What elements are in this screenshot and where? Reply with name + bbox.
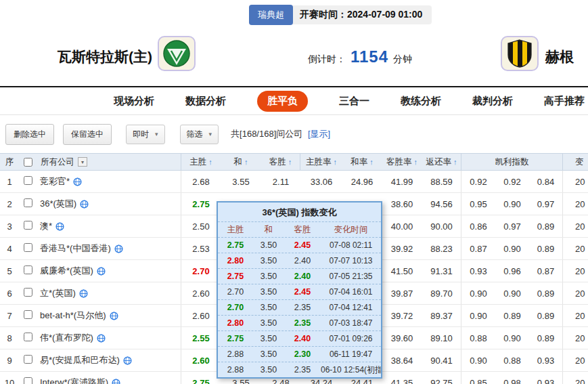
header-away-odds[interactable]: 客胜↑ <box>261 154 300 170</box>
kelly-home: 0.90 <box>461 311 495 321</box>
header-company-label: 所有公司 <box>41 156 74 168</box>
row-number: 5 <box>0 266 19 276</box>
company-name[interactable]: 香港马*(中国香港) <box>40 242 111 255</box>
kelly-away: 0.93 <box>529 349 563 371</box>
filter-dropdown[interactable]: 筛选 ▾ <box>180 125 219 144</box>
home-odds[interactable]: 2.60 <box>181 311 221 321</box>
toolbar: 删除选中 保留选中 即时 ▾ 筛选 ▾ 共[168/168]间公司 [显示] <box>0 115 588 153</box>
popup-row: 2.753.502.4007-01 09:26 <box>218 330 381 346</box>
instant-dropdown[interactable]: 即时 ▾ <box>126 125 165 144</box>
company-name[interactable]: 竞彩官* <box>40 175 70 188</box>
company-name[interactable]: Interw*(塞浦路斯) <box>40 377 108 384</box>
tab-data-analysis[interactable]: 数据分析 <box>185 95 226 108</box>
popup-row: 2.803.502.3507-03 18:47 <box>218 315 381 330</box>
sort-up-icon: ↑ <box>453 158 457 166</box>
away-team-logo <box>501 36 539 71</box>
select-all-checkbox[interactable] <box>24 158 32 167</box>
row-checkbox[interactable] <box>24 355 32 364</box>
tab-three-in-one[interactable]: 三合一 <box>339 95 369 108</box>
kickoff-time: 开赛时间：2024-07-09 01:00 <box>300 9 422 21</box>
away-team-name: 赫根 <box>545 47 574 66</box>
header-away-rate-label: 客胜率 <box>386 156 412 168</box>
kelly-draw: 0.88 <box>495 356 529 366</box>
home-odds[interactable]: 2.75 <box>181 199 221 209</box>
row-checkbox[interactable] <box>24 333 32 341</box>
company-name[interactable]: 立*(英国) <box>40 287 76 299</box>
popup-row: 2.803.502.4007-07 10:13 <box>218 253 381 268</box>
league-badge[interactable]: 瑞典超 <box>249 5 293 25</box>
draw-odds[interactable]: 3.55 <box>221 177 261 187</box>
row-checkbox-cell <box>19 355 37 366</box>
away-odds[interactable]: 2.11 <box>261 177 300 187</box>
home-odds[interactable]: 2.60 <box>181 289 221 299</box>
home-odds[interactable]: 2.53 <box>181 244 221 254</box>
company-name[interactable]: 伟*(直布罗陀) <box>40 332 93 344</box>
company-cell: 澳* <box>37 215 181 237</box>
kelly-draw: 0.97 <box>495 221 529 232</box>
row-checkbox[interactable] <box>24 377 32 384</box>
popup-away-odds: 2.35 <box>284 365 321 375</box>
header-home-odds[interactable]: 主胜↑ <box>181 154 221 170</box>
popup-header-row: 主胜 和 客胜 变化时间 <box>218 221 381 237</box>
row-checkbox[interactable] <box>24 310 32 319</box>
header-return-rate[interactable]: 返还率↑ <box>422 154 461 170</box>
company-name[interactable]: 易*(安提瓜和巴布达) <box>40 354 120 366</box>
header-change-label: 变 <box>575 156 584 168</box>
tab-referee-analysis[interactable]: 裁判分析 <box>472 95 513 108</box>
home-logo-graphic <box>162 40 191 67</box>
row-checkbox-cell <box>19 243 37 254</box>
kelly-draw: 0.90 <box>495 333 529 343</box>
company-name[interactable]: 澳* <box>40 220 52 232</box>
header-draw-rate[interactable]: 和率↑ <box>342 154 382 170</box>
row-checkbox[interactable] <box>24 243 32 252</box>
popup-row: 2.883.502.3506-10 12:54(初指) <box>218 362 381 377</box>
row-checkbox[interactable] <box>24 265 32 274</box>
keep-selected-button[interactable]: 保留选中 <box>63 124 112 145</box>
popup-home-odds: 2.80 <box>218 318 253 328</box>
kelly-away: 0.89 <box>529 327 563 349</box>
away-rate: 41.35 <box>382 378 422 384</box>
kelly-home: 0.95 <box>461 199 495 209</box>
company-cell: bet-at-h*(马尔他) <box>37 305 181 326</box>
home-odds[interactable]: 2.60 <box>181 356 221 366</box>
company-name[interactable]: bet-at-h*(马尔他) <box>40 310 106 322</box>
kelly-home: 0.90 <box>461 289 495 299</box>
company-filter-dropdown-icon[interactable]: ▾ <box>78 157 87 167</box>
sort-up-icon: ↑ <box>369 158 374 166</box>
return-rate: 89.10 <box>422 327 461 349</box>
company-cell: 竞彩官* <box>37 171 181 192</box>
tab-win-draw-loss[interactable]: 胜平负 <box>257 91 308 112</box>
home-odds[interactable]: 2.55 <box>181 333 221 343</box>
kelly-draw: 0.90 <box>495 199 529 209</box>
tab-coach-analysis[interactable]: 教练分析 <box>401 95 441 108</box>
row-checkbox[interactable] <box>24 288 32 297</box>
popup-draw-odds: 3.50 <box>253 272 284 281</box>
header-draw-odds[interactable]: 和↑ <box>221 154 261 170</box>
kelly-draw: 0.90 <box>495 244 529 254</box>
home-odds[interactable]: 2.75 <box>181 378 221 384</box>
change-time: 20 <box>563 199 588 209</box>
company-name[interactable]: 36*(英国) <box>40 198 76 210</box>
instant-dropdown-label: 即时 <box>133 129 149 140</box>
company-name[interactable]: 威廉希*(英国) <box>40 265 93 277</box>
popup-home-odds: 2.75 <box>218 272 253 281</box>
company-cell: 立*(英国) <box>37 282 181 304</box>
tab-live-analysis[interactable]: 现场分析 <box>114 95 154 108</box>
company-count-text: 共[168/168]间公司 <box>231 129 302 139</box>
tab-expert-picks[interactable]: 高手推荐 <box>544 95 585 108</box>
home-odds[interactable]: 2.70 <box>181 266 221 276</box>
row-checkbox[interactable] <box>24 176 32 185</box>
delete-selected-button[interactable]: 删除选中 <box>5 124 54 145</box>
row-number: 1 <box>0 177 19 187</box>
popup-home-odds: 2.70 <box>218 303 253 312</box>
row-checkbox[interactable] <box>24 221 32 230</box>
popup-header-draw: 和 <box>253 224 284 236</box>
show-link[interactable]: [显示] <box>308 129 330 139</box>
home-odds[interactable]: 2.68 <box>181 177 221 187</box>
row-checkbox[interactable] <box>24 198 32 207</box>
header-home-rate[interactable]: 主胜率↑ <box>300 154 342 170</box>
header-return-rate-label: 返还率 <box>426 156 452 168</box>
popup-home-odds: 2.88 <box>218 365 253 375</box>
header-away-rate[interactable]: 客胜率↑ <box>382 154 422 170</box>
home-odds[interactable]: 2.50 <box>181 221 221 232</box>
